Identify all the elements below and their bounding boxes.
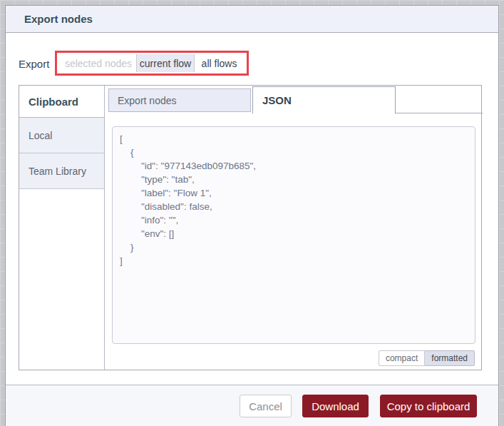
copy-to-clipboard-button[interactable]: Copy to clipboard [380, 395, 477, 417]
dialog-footer: Cancel Download Copy to clipboard [6, 385, 498, 426]
download-button[interactable]: Download [302, 395, 369, 417]
json-format-toggle: compact formatted [379, 350, 475, 366]
sidebar-item-team-library[interactable]: Team Library [19, 153, 104, 189]
dialog-title: Export nodes [24, 13, 93, 25]
destination-sidebar: Clipboard Local Team Library [19, 86, 105, 370]
tab-clipboard[interactable]: Clipboard [19, 86, 104, 118]
sidebar-item-local[interactable]: Local [19, 118, 104, 153]
export-scope-button-group: selected nodes current flow all flows [61, 54, 244, 72]
dialog-header: Export nodes [6, 6, 498, 33]
json-export-textarea[interactable]: [ { "id": "977143edb097b685", "type": "t… [112, 126, 475, 344]
tab-json[interactable]: JSON [252, 86, 396, 113]
tab-export-nodes[interactable]: Export nodes [108, 88, 251, 112]
export-content-panel: Clipboard Local Team Library Export node… [19, 85, 482, 370]
tabstrip-divider [396, 113, 483, 113]
scope-button-current-flow[interactable]: current flow [136, 54, 195, 72]
formatted-button[interactable]: formatted [425, 350, 475, 366]
export-nodes-dialog: Export nodes Export selected nodes curre… [5, 5, 499, 426]
json-export-text: [ { "id": "977143edb097b685", "type": "t… [120, 132, 468, 268]
compact-button[interactable]: compact [379, 350, 425, 366]
cancel-button[interactable]: Cancel [240, 395, 292, 417]
scope-button-all-flows[interactable]: all flows [195, 54, 244, 72]
scope-button-selected-nodes[interactable]: selected nodes [61, 54, 136, 72]
export-scope-label: Export [19, 58, 49, 70]
